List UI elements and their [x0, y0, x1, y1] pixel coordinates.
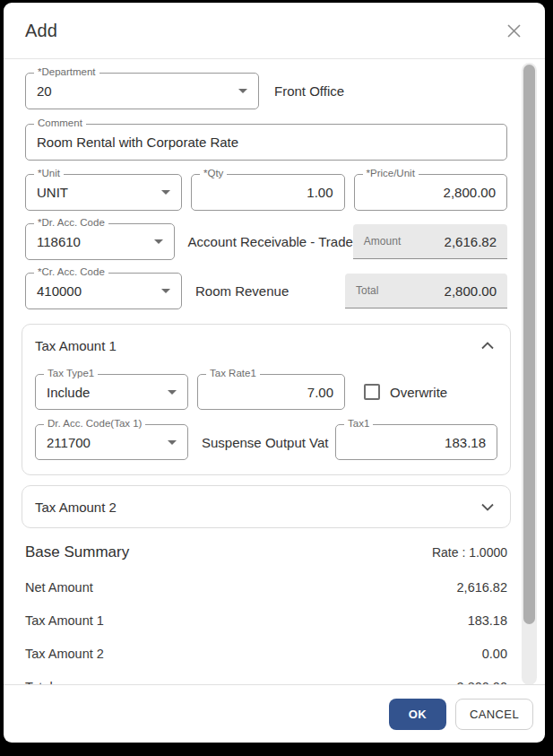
dialog-title: Add — [25, 21, 57, 41]
dialog-header: Add — [4, 3, 545, 59]
dr-acc-description: Account Receivable - Trade — [188, 234, 353, 249]
close-icon — [506, 23, 522, 39]
price-unit-label: *Price/Unit — [363, 168, 419, 178]
dropdown-arrow-icon — [154, 239, 163, 244]
chevron-up-icon[interactable] — [478, 335, 497, 355]
base-summary-header: Base Summary Rate : 1.0000 — [25, 543, 507, 561]
tax-amount-2-header[interactable]: Tax Amount 2 — [35, 497, 497, 517]
cr-acc-description: Room Revenue — [195, 283, 345, 299]
cr-acc-code-label: *Cr. Acc. Code — [34, 266, 108, 277]
dr-acc-code-value: 118610 — [37, 234, 147, 249]
comment-label: Comment — [34, 117, 86, 128]
total-field: Total 2,800.00 — [345, 274, 507, 308]
tax-amount-2-title: Tax Amount 2 — [35, 500, 117, 515]
summary-label: Net Amount — [25, 580, 93, 595]
price-unit-input[interactable]: *Price/Unit 2,800.00 — [354, 174, 508, 211]
dr-acc-code-select[interactable]: *Dr. Acc. Code 118610 — [25, 223, 175, 260]
dr-acc-code-tax1-value: 211700 — [47, 435, 160, 450]
cr-acc-row: *Cr. Acc. Code 410000 Room Revenue Total… — [25, 273, 507, 309]
department-description: Front Office — [274, 83, 344, 99]
scrollbar[interactable] — [522, 63, 537, 684]
price-unit-value: 2,800.00 — [366, 185, 497, 200]
summary-label: Tax Amount 2 — [25, 647, 104, 661]
tax-rate1-value: 7.00 — [209, 385, 333, 400]
tax1-acc-row: Dr. Acc. Code(Tax 1) 211700 Suspense Out… — [35, 424, 497, 460]
summary-value: 2,616.82 — [457, 580, 507, 595]
overwrite-control: Overwrite — [364, 384, 447, 400]
dropdown-arrow-icon — [161, 289, 170, 293]
dr-acc-code-tax1-label: Dr. Acc. Code(Tax 1) — [44, 418, 145, 429]
tax1-type-rate-row: Tax Type1 Include Tax Rate1 7.00 Overwri… — [35, 374, 497, 410]
amount-value: 2,616.82 — [401, 234, 497, 249]
overwrite-checkbox[interactable] — [364, 384, 380, 400]
scrollbar-thumb[interactable] — [523, 65, 535, 624]
close-button[interactable] — [504, 21, 523, 40]
base-summary-title: Base Summary — [25, 543, 129, 561]
dropdown-arrow-icon — [238, 89, 247, 93]
qty-value: 1.00 — [203, 185, 333, 200]
dropdown-arrow-icon — [168, 390, 177, 395]
amount-field: Amount 2,616.82 — [353, 224, 507, 259]
summary-row-net-amount: Net Amount 2,616.82 — [25, 580, 507, 595]
qty-label: *Qty — [200, 168, 227, 178]
summary-value: 183.18 — [468, 613, 507, 628]
rate-value: Rate : 1.0000 — [432, 545, 507, 560]
ok-button[interactable]: OK — [389, 699, 446, 730]
total-label: Total — [356, 284, 378, 297]
summary-value: 0.00 — [482, 647, 507, 661]
department-row: *Department 20 Front Office — [25, 73, 507, 109]
department-select[interactable]: *Department 20 — [25, 73, 259, 109]
total-value: 2,800.00 — [378, 283, 497, 299]
overwrite-label: Overwrite — [390, 385, 447, 400]
summary-label: Total — [25, 680, 53, 684]
chevron-down-icon[interactable] — [478, 497, 497, 517]
cr-acc-code-select[interactable]: *Cr. Acc. Code 410000 — [25, 273, 182, 309]
dialog-content: *Department 20 Front Office Comment Room… — [4, 59, 545, 684]
dr-acc-row: *Dr. Acc. Code 118610 Account Receivable… — [25, 223, 507, 260]
unit-select[interactable]: *Unit UNIT — [25, 174, 182, 211]
tax-type1-value: Include — [47, 385, 160, 400]
summary-row-tax-amount-1: Tax Amount 1 183.18 — [25, 613, 507, 628]
tax-rate1-input[interactable]: Tax Rate1 7.00 — [197, 374, 345, 410]
dr-acc-code-label: *Dr. Acc. Code — [34, 217, 108, 228]
tax1-label: Tax1 — [344, 418, 373, 429]
unit-value: UNIT — [37, 185, 154, 200]
tax-amount-1-header[interactable]: Tax Amount 1 — [35, 335, 497, 355]
tax1-acc-description: Suspense Output Vat — [202, 435, 335, 450]
tax-amount-1-card: Tax Amount 1 Tax Type1 Include Tax Rate1… — [22, 324, 511, 475]
dropdown-arrow-icon — [168, 440, 177, 445]
cancel-button[interactable]: CANCEL — [455, 699, 533, 730]
dropdown-arrow-icon — [161, 190, 170, 195]
comment-value: Room Rental with Corporate Rate — [37, 135, 496, 150]
cr-acc-code-value: 410000 — [37, 283, 154, 299]
tax-type1-label: Tax Type1 — [44, 368, 98, 378]
summary-row-tax-amount-2: Tax Amount 2 0.00 — [25, 647, 507, 661]
department-label: *Department — [34, 66, 99, 77]
summary-row-total: Total 2,800.00 — [25, 680, 507, 684]
department-value: 20 — [37, 83, 231, 99]
amount-label: Amount — [364, 235, 401, 248]
unit-qty-price-row: *Unit UNIT *Qty 1.00 *Price/Unit 2,800.0… — [25, 174, 507, 211]
tax1-value: 183.18 — [347, 435, 486, 450]
summary-label: Tax Amount 1 — [25, 613, 104, 628]
tax-rate1-label: Tax Rate1 — [206, 368, 260, 378]
tax-amount-2-card: Tax Amount 2 — [22, 485, 511, 528]
summary-value: 2,800.00 — [457, 680, 507, 684]
unit-label: *Unit — [34, 168, 64, 178]
qty-input[interactable]: *Qty 1.00 — [191, 174, 345, 211]
add-dialog: Add *Department 20 Front Office Comment … — [4, 3, 545, 743]
tax1-input[interactable]: Tax1 183.18 — [335, 424, 497, 460]
dr-acc-code-tax1-select[interactable]: Dr. Acc. Code(Tax 1) 211700 — [35, 424, 188, 460]
dialog-footer: OK CANCEL — [4, 684, 545, 743]
comment-input[interactable]: Comment Room Rental with Corporate Rate — [25, 124, 507, 161]
tax-amount-1-title: Tax Amount 1 — [35, 338, 117, 353]
tax-type1-select[interactable]: Tax Type1 Include — [35, 374, 188, 410]
